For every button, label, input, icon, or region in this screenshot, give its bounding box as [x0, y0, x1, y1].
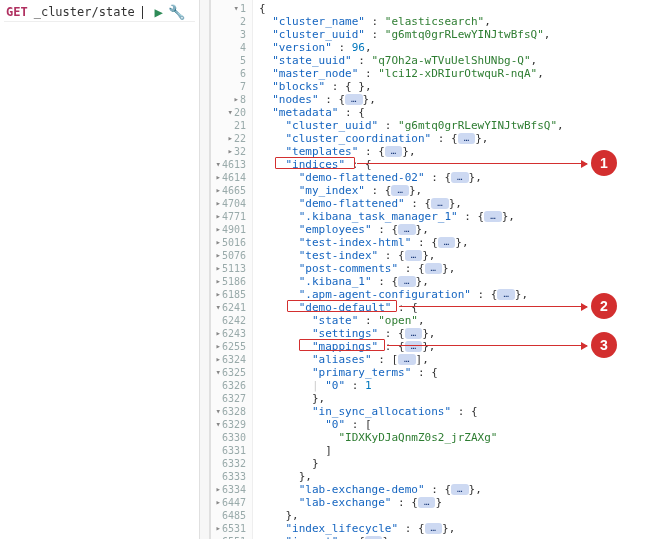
fold-badge[interactable]: … [431, 198, 448, 209]
fold-badge[interactable]: … [385, 146, 402, 157]
fold-badge[interactable]: … [398, 276, 415, 287]
http-method: GET [6, 5, 28, 19]
callout-box-3 [299, 339, 385, 351]
fold-badge[interactable]: … [405, 250, 422, 261]
fold-badge[interactable]: … [345, 94, 362, 105]
fold-badge[interactable]: … [425, 523, 442, 534]
callout-circle-2: 2 [591, 293, 617, 319]
callout-box-2 [287, 300, 397, 312]
wrench-icon[interactable]: 🔧 [168, 4, 185, 20]
response-panel: 1 2 3 4 5 6 7 8 20 21 22 32 4613 4614 46… [210, 0, 647, 539]
fold-badge[interactable]: … [497, 289, 514, 300]
callout-circle-3: 3 [591, 332, 617, 358]
fold-badge[interactable]: … [484, 211, 501, 222]
callout-arrow-3 [387, 345, 587, 346]
fold-badge[interactable]: … [405, 328, 422, 339]
fold-badge[interactable]: … [458, 133, 475, 144]
fold-badge[interactable]: … [405, 341, 422, 352]
request-row[interactable]: GET _cluster/state [4, 3, 195, 22]
response-code[interactable]: { "cluster_name" : "elasticsearch", "clu… [253, 0, 647, 539]
fold-badge[interactable]: … [451, 172, 468, 183]
fold-badge[interactable]: … [418, 497, 435, 508]
fold-badge[interactable]: … [438, 237, 455, 248]
fold-badge[interactable]: … [398, 354, 415, 365]
callout-arrow-1 [357, 163, 587, 164]
fold-badge[interactable]: … [398, 224, 415, 235]
callout-circle-1: 1 [591, 150, 617, 176]
request-path[interactable]: _cluster/state [34, 5, 135, 19]
panel-divider[interactable] [200, 0, 210, 539]
callout-box-1 [275, 157, 355, 169]
request-panel: GET _cluster/state ▶ 🔧 [0, 0, 200, 539]
fold-badge[interactable]: … [425, 263, 442, 274]
fold-badge[interactable]: … [391, 185, 408, 196]
callout-arrow-2 [399, 306, 587, 307]
line-gutter: 1 2 3 4 5 6 7 8 20 21 22 32 4613 4614 46… [211, 0, 253, 539]
text-cursor [142, 6, 143, 19]
fold-badge[interactable]: … [451, 484, 468, 495]
play-icon[interactable]: ▶ [155, 4, 163, 20]
